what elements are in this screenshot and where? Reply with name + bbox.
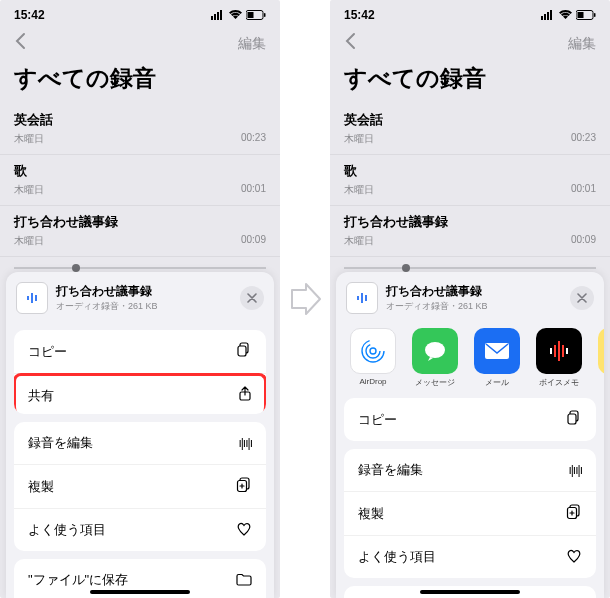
duplicate-icon: [566, 504, 582, 523]
menu-favorite[interactable]: よく使う項目: [344, 536, 596, 578]
sheet-title: 打ち合わせ議事録: [56, 283, 240, 300]
home-indicator[interactable]: [420, 590, 520, 594]
svg-rect-17: [547, 12, 549, 20]
svg-rect-8: [31, 293, 33, 303]
svg-rect-3: [220, 10, 222, 20]
menu-edit-recording[interactable]: 録音を編集 ı|ıı|ı: [14, 422, 266, 465]
recording-row[interactable]: 英会話 木曜日00:23: [0, 104, 280, 155]
share-target-row: AirDrop メッセージ メール: [336, 322, 604, 390]
copy-icon: [236, 342, 252, 361]
back-button[interactable]: [14, 32, 28, 55]
phone-right: 15:42 編集 すべての録音 英会話 木曜日00:23 歌 木曜日00:01 …: [330, 0, 610, 598]
sheet-thumb-icon: [346, 282, 378, 314]
clock: 15:42: [14, 8, 45, 22]
recording-title: 打ち合わせ議事録: [14, 213, 266, 231]
svg-rect-16: [544, 14, 546, 20]
nav-row: 編集: [330, 26, 610, 61]
page-title: すべての録音: [330, 61, 610, 104]
recording-row[interactable]: 歌 木曜日00:01: [0, 155, 280, 206]
menu-duplicate[interactable]: 複製: [14, 465, 266, 509]
svg-rect-5: [248, 12, 254, 18]
waveform-icon: ı|ıı|ı: [568, 463, 582, 477]
sheet-subtitle: オーディオ録音・261 KB: [56, 300, 240, 313]
share-airdrop[interactable]: AirDrop: [346, 328, 400, 388]
close-button[interactable]: [570, 286, 594, 310]
recording-row[interactable]: 英会話 木曜日00:23: [330, 104, 610, 155]
svg-rect-23: [361, 293, 363, 303]
menu-edit-recording[interactable]: 録音を編集 ı|ıı|ı: [344, 449, 596, 492]
menu-copy[interactable]: コピー: [14, 330, 266, 374]
copy-icon: [566, 410, 582, 429]
status-icons: [541, 10, 596, 20]
share-voicememo[interactable]: ボイスメモ: [532, 328, 586, 388]
svg-point-27: [362, 340, 384, 362]
share-more[interactable]: [594, 328, 604, 388]
svg-rect-33: [550, 348, 552, 354]
waveform-icon: ı|ıı|ı: [238, 436, 252, 450]
svg-rect-0: [211, 16, 213, 20]
edit-button[interactable]: 編集: [238, 35, 266, 53]
svg-rect-2: [217, 12, 219, 20]
svg-point-26: [366, 344, 380, 358]
recording-title: 歌: [14, 162, 266, 180]
mail-icon: [474, 328, 520, 374]
notes-icon: [598, 328, 604, 374]
svg-rect-22: [357, 296, 359, 300]
menu-copy[interactable]: コピー: [344, 398, 596, 441]
svg-rect-32: [562, 345, 564, 357]
recording-title: 英会話: [14, 111, 266, 129]
svg-rect-9: [35, 295, 37, 301]
heart-icon: [236, 522, 252, 539]
svg-rect-20: [578, 12, 584, 18]
share-sheet: 打ち合わせ議事録 オーディオ録音・261 KB AirDrop: [336, 272, 604, 598]
svg-rect-34: [566, 348, 568, 354]
home-indicator[interactable]: [90, 590, 190, 594]
menu-favorite[interactable]: よく使う項目: [14, 509, 266, 551]
messages-icon: [412, 328, 458, 374]
action-sheet: 打ち合わせ議事録 オーディオ録音・261 KB コピー 共有: [6, 272, 274, 598]
edit-button[interactable]: 編集: [568, 35, 596, 53]
phone-left: 15:42 編集 すべての録音 英会話 木曜日00:23 歌 木曜日00:01 …: [0, 0, 280, 598]
recording-row[interactable]: 歌 木曜日00:01: [330, 155, 610, 206]
svg-point-28: [425, 342, 445, 358]
svg-point-25: [370, 348, 376, 354]
svg-rect-18: [550, 10, 552, 20]
status-bar: 15:42: [0, 0, 280, 26]
menu-duplicate[interactable]: 複製: [344, 492, 596, 536]
close-button[interactable]: [240, 286, 264, 310]
voicememo-icon: [536, 328, 582, 374]
svg-rect-36: [568, 414, 576, 424]
svg-rect-30: [558, 341, 560, 361]
duplicate-icon: [236, 477, 252, 496]
share-icon: [238, 386, 252, 405]
svg-rect-31: [554, 345, 556, 357]
menu-share[interactable]: 共有: [14, 373, 266, 414]
share-mail[interactable]: メール: [470, 328, 524, 388]
folder-icon: [236, 572, 252, 589]
status-icons: [211, 10, 266, 20]
svg-rect-7: [27, 296, 29, 300]
svg-rect-15: [541, 16, 543, 20]
sheet-title: 打ち合わせ議事録: [386, 283, 570, 300]
clock: 15:42: [344, 8, 375, 22]
svg-rect-11: [238, 346, 246, 356]
share-messages[interactable]: メッセージ: [408, 328, 462, 388]
svg-rect-1: [214, 14, 216, 20]
back-button[interactable]: [344, 32, 358, 55]
transition-arrow: [280, 0, 330, 598]
page-title: すべての録音: [0, 61, 280, 104]
svg-rect-21: [594, 13, 596, 17]
recording-row[interactable]: 打ち合わせ議事録 木曜日00:09: [330, 206, 610, 257]
heart-icon: [566, 549, 582, 566]
nav-row: 編集: [0, 26, 280, 61]
recording-row[interactable]: 打ち合わせ議事録 木曜日00:09: [0, 206, 280, 257]
svg-rect-6: [264, 13, 266, 17]
sheet-thumb-icon: [16, 282, 48, 314]
sheet-subtitle: オーディオ録音・261 KB: [386, 300, 570, 313]
svg-rect-24: [365, 295, 367, 301]
airdrop-icon: [350, 328, 396, 374]
status-bar: 15:42: [330, 0, 610, 26]
